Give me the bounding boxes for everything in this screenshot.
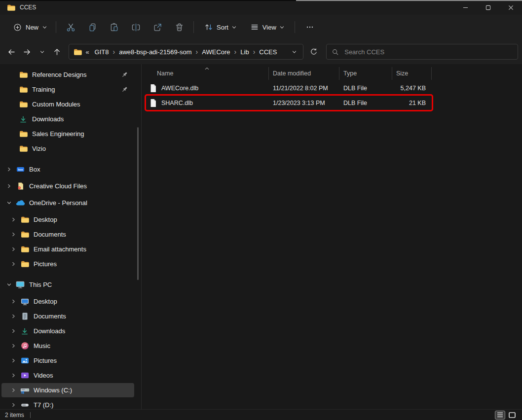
sidebar-item-box[interactable]: boxBox — [1, 162, 134, 176]
desktop-monitor-icon — [20, 298, 30, 306]
breadcrumb-item-cces[interactable]: CCES — [257, 47, 279, 57]
file-name: SHARC.dlb — [161, 100, 193, 106]
chevron-right-icon[interactable] — [10, 217, 17, 222]
minimize-button[interactable] — [454, 0, 477, 15]
sidebar-item-downloads[interactable]: Downloads — [1, 324, 134, 338]
sort-button[interactable]: Sort — [199, 19, 241, 35]
chevron-right-icon[interactable] — [10, 262, 17, 266]
search-box — [326, 44, 518, 60]
sidebar-item-label: Desktop — [34, 216, 57, 223]
copy-button[interactable] — [82, 18, 102, 36]
sidebar-item-label: Downloads — [34, 327, 65, 335]
view-button[interactable]: View — [245, 19, 289, 35]
chevron-right-icon[interactable] — [10, 403, 17, 407]
sidebar-item-label: Desktop — [34, 298, 57, 305]
chevron-right-icon[interactable] — [10, 314, 17, 318]
folder-icon — [20, 260, 30, 268]
forward-button[interactable] — [19, 44, 35, 60]
delete-button[interactable] — [169, 18, 189, 36]
chevron-right-icon[interactable] — [10, 358, 17, 363]
sidebar-item-desktop[interactable]: Desktop — [1, 212, 134, 227]
new-button[interactable]: New — [8, 20, 52, 35]
sidebar-item-music[interactable]: Music — [1, 339, 134, 353]
sidebar-item-label: Vizio — [32, 145, 46, 152]
share-button[interactable] — [148, 18, 167, 36]
chevron-right-icon[interactable] — [10, 373, 17, 378]
close-button[interactable] — [499, 0, 522, 15]
up-button[interactable] — [50, 44, 65, 60]
sidebar-item-pictures[interactable]: Pictures — [1, 353, 134, 368]
cut-button[interactable] — [61, 18, 80, 36]
close-icon — [508, 5, 514, 10]
file-name: AWECore.dlb — [161, 85, 198, 92]
folder-icon — [18, 101, 28, 108]
sidebar-item-pictures[interactable]: Pictures — [1, 257, 134, 271]
paste-button[interactable] — [104, 18, 124, 36]
chevron-right-icon[interactable] — [5, 184, 13, 188]
sidebar-item-this-pc[interactable]: This PC — [1, 278, 134, 292]
breadcrumb-separator: › — [194, 48, 200, 56]
drive-external-icon — [20, 401, 30, 409]
sidebar-item-t7-d[interactable]: T7 (D:) — [1, 398, 134, 409]
sidebar-item-custom-modules[interactable]: Custom Modules — [1, 97, 134, 111]
chevron-right-icon[interactable] — [10, 329, 17, 333]
file-row-awecore-dlb[interactable]: AWECore.dlb11/21/2022 8:02 PMDLB File5,2… — [146, 81, 432, 95]
chevron-right-icon[interactable] — [10, 344, 17, 348]
chevron-right-icon[interactable] — [10, 388, 17, 392]
sidebar-item-label: Box — [29, 166, 40, 173]
search-input[interactable] — [343, 48, 513, 56]
this-pc-icon — [15, 280, 25, 289]
sidebar-item-documents[interactable]: Documents — [1, 309, 134, 323]
rename-button[interactable] — [126, 18, 146, 36]
more-options-button[interactable] — [300, 18, 319, 36]
sidebar-item-downloads[interactable]: Downloads — [1, 112, 134, 126]
chevron-right-icon[interactable] — [10, 232, 17, 237]
title-bar: CCES — [0, 0, 522, 15]
sidebar-item-creative-cloud-files[interactable]: Creative Cloud Files — [1, 179, 134, 193]
details-view-button[interactable] — [495, 411, 505, 420]
window-title: CCES — [20, 4, 36, 11]
breadcrumb-item-awecore[interactable]: AWECore — [199, 47, 232, 57]
chevron-right-icon[interactable] — [10, 299, 17, 304]
sidebar-item-email-attachments[interactable]: Email attachments — [1, 242, 134, 256]
chevron-down-icon[interactable] — [5, 201, 13, 205]
breadcrumb-item-awe8-bsp-adi-21569-som[interactable]: awe8-bsp-adi-21569-som — [116, 47, 194, 57]
sidebar-item-label: Training — [32, 86, 55, 93]
column-header-size[interactable]: Size — [392, 67, 432, 80]
history-dropdown-button[interactable] — [35, 44, 50, 60]
folder-icon — [20, 216, 30, 223]
large-icons-view-button[interactable] — [507, 411, 517, 420]
address-bar[interactable]: « GIT8›awe8-bsp-adi-21569-som›AWECore›Li… — [69, 44, 303, 60]
sidebar-item-reference-designs[interactable]: Reference Designs — [1, 68, 134, 82]
column-header-label: Type — [343, 70, 357, 77]
refresh-button[interactable] — [305, 44, 322, 60]
breadcrumb-item-lib[interactable]: Lib — [238, 47, 251, 57]
sidebar-item-sales-engineering[interactable]: Sales Engineering — [1, 127, 134, 141]
maximize-button[interactable] — [477, 0, 499, 15]
back-button[interactable] — [4, 44, 19, 60]
sidebar-item-videos[interactable]: Videos — [1, 368, 134, 383]
sidebar-item-documents[interactable]: Documents — [1, 227, 134, 242]
sidebar-scrollbar[interactable] — [137, 127, 139, 280]
arrow-up-icon — [53, 48, 61, 56]
column-header-date-modified[interactable]: Date modified — [269, 67, 339, 80]
breadcrumb-overflow-indicator[interactable]: « — [85, 48, 89, 56]
chevron-right-icon[interactable] — [5, 167, 13, 172]
sidebar-item-vizio[interactable]: Vizio — [1, 141, 134, 156]
sidebar-item-windows-c[interactable]: Windows (C:) — [1, 383, 134, 397]
plus-circle-icon — [13, 23, 22, 32]
sidebar-item-training[interactable]: Training — [1, 82, 134, 97]
sidebar-item-onedrive-personal[interactable]: OneDrive - Personal — [1, 196, 134, 210]
column-header-name[interactable]: Name — [146, 67, 269, 80]
sidebar-item-desktop[interactable]: Desktop — [1, 294, 134, 309]
chevron-down-icon — [232, 25, 236, 30]
address-dropdown-button[interactable] — [290, 48, 298, 56]
breadcrumb-item-git8[interactable]: GIT8 — [92, 47, 112, 57]
chevron-right-icon[interactable] — [10, 247, 17, 251]
arrow-right-icon — [23, 48, 31, 56]
column-header-type[interactable]: Type — [339, 67, 392, 80]
chevron-down-icon[interactable] — [5, 282, 13, 287]
folder-icon — [18, 145, 28, 152]
status-divider — [30, 412, 31, 418]
file-row-sharc-dlb[interactable]: SHARC.dlb1/23/2023 3:13 PMDLB File21 KB — [146, 96, 432, 110]
